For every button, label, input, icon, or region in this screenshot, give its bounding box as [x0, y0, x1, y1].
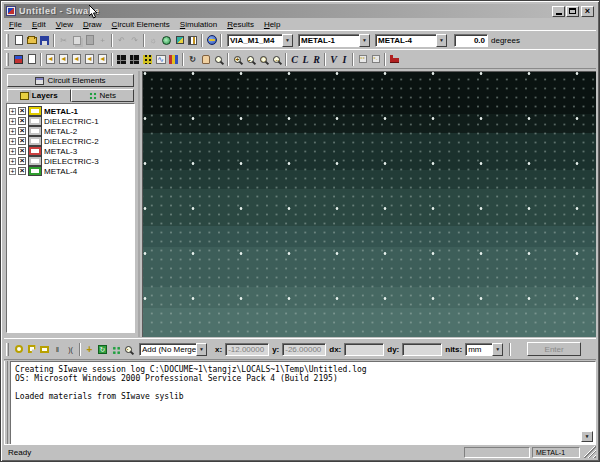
open-icon[interactable]: [26, 34, 38, 46]
circuit-elements-panel-button[interactable]: Circuit Elements: [7, 74, 134, 87]
rotate-shape-icon[interactable]: ↻: [97, 343, 109, 355]
chevron-down-icon[interactable]: ▼: [436, 34, 447, 47]
menu-help[interactable]: Help: [259, 20, 285, 29]
export-icon[interactable]: [174, 34, 186, 46]
show-nets-icon[interactable]: [110, 343, 122, 355]
dy-input[interactable]: [402, 343, 442, 356]
expand-icon[interactable]: +: [9, 118, 16, 125]
via-type-combo[interactable]: VIA_M1_M4 ▼: [227, 34, 293, 47]
chevron-down-icon[interactable]: ▼: [359, 34, 370, 47]
toolbar-grip[interactable]: [6, 53, 9, 66]
visibility-checkbox[interactable]: ×: [18, 127, 26, 135]
undo-icon[interactable]: ↶: [116, 34, 128, 46]
voltage-source-icon[interactable]: V: [329, 53, 339, 65]
menu-edit[interactable]: Edit: [27, 20, 51, 29]
menu-results[interactable]: Results: [222, 20, 259, 29]
options-icon[interactable]: ☼: [148, 34, 160, 46]
scroll-down-button[interactable]: ▼: [581, 431, 593, 442]
y-input[interactable]: -26.00000: [282, 343, 326, 356]
draw-trace-icon[interactable]: ‖: [52, 343, 64, 355]
maximize-button[interactable]: [566, 6, 579, 17]
visibility-checkbox[interactable]: ×: [18, 167, 26, 175]
toolbar-grip[interactable]: [6, 34, 9, 47]
new-icon[interactable]: [13, 34, 25, 46]
layer-row-metal-2[interactable]: + × METAL-2: [8, 126, 133, 136]
capacitor-icon[interactable]: C: [290, 53, 300, 65]
layer-color-swatch[interactable]: [29, 117, 41, 125]
layer-row-dielectric-1[interactable]: + × DIELECTRIC-1: [8, 116, 133, 126]
enter-button[interactable]: Enter: [527, 342, 581, 356]
abort-icon[interactable]: [389, 53, 401, 65]
layer-down-icon[interactable]: ◄: [84, 53, 96, 65]
menu-view[interactable]: View: [51, 20, 78, 29]
dx-input[interactable]: [344, 343, 384, 356]
resize-grip[interactable]: [584, 446, 596, 458]
zoom-to-net-icon[interactable]: ·: [123, 343, 135, 355]
layer-prev-icon[interactable]: ◄: [58, 53, 70, 65]
move-icon[interactable]: +: [97, 34, 109, 46]
menu-file[interactable]: File: [4, 20, 27, 29]
chevron-down-icon[interactable]: ▼: [492, 343, 503, 356]
resistor-icon[interactable]: R: [312, 53, 322, 65]
mesh-icon[interactable]: [116, 53, 128, 65]
layer-row-dielectric-2[interactable]: + × DIELECTRIC-2: [8, 136, 133, 146]
menu-draw[interactable]: Draw: [78, 20, 107, 29]
expand-icon[interactable]: +: [9, 158, 16, 165]
console-splitter[interactable]: [4, 361, 8, 445]
visibility-checkbox[interactable]: ×: [18, 107, 26, 115]
layer-color-swatch[interactable]: [29, 107, 41, 115]
draw-rectangle-icon[interactable]: [39, 343, 51, 355]
visibility-checkbox[interactable]: ×: [18, 137, 26, 145]
zoom-in-icon[interactable]: +: [232, 53, 244, 65]
current-source-icon[interactable]: I: [340, 53, 350, 65]
menu-simulation[interactable]: Simulation: [175, 20, 222, 29]
layer-row-metal-3[interactable]: + × METAL-3: [8, 146, 133, 156]
color-scale-icon[interactable]: [168, 53, 180, 65]
layer-row-metal-4[interactable]: + × METAL-4: [8, 166, 133, 176]
layer-color-swatch[interactable]: [29, 137, 41, 145]
layer-up-icon[interactable]: ◄: [71, 53, 83, 65]
visibility-checkbox[interactable]: ×: [18, 117, 26, 125]
tab-nets[interactable]: Nets: [71, 89, 135, 102]
draw-bondwire-icon[interactable]: )(: [65, 343, 77, 355]
toolbar-grip[interactable]: [6, 343, 9, 356]
x-input[interactable]: -12.00000: [225, 343, 269, 356]
visibility-checkbox[interactable]: ×: [18, 157, 26, 165]
expand-icon[interactable]: +: [9, 148, 16, 155]
layer-color-swatch[interactable]: [29, 127, 41, 135]
mesh-dense-icon[interactable]: [129, 53, 141, 65]
layer-row-dielectric-3[interactable]: + × DIELECTRIC-3: [8, 156, 133, 166]
redo-icon[interactable]: ↷: [129, 34, 141, 46]
merge-mode-combo[interactable]: Add (No Merge) ▼: [139, 343, 207, 356]
expand-icon[interactable]: +: [9, 138, 16, 145]
refresh-icon[interactable]: ↻: [187, 53, 199, 65]
visibility-checkbox[interactable]: ×: [18, 147, 26, 155]
layer-swap-icon[interactable]: ◄: [97, 53, 109, 65]
highlight-icon[interactable]: ◄: [45, 53, 57, 65]
zoom-fit-icon[interactable]: ↔: [271, 53, 283, 65]
expand-icon[interactable]: +: [9, 168, 16, 175]
chevron-down-icon[interactable]: ▼: [282, 34, 293, 47]
cut-icon[interactable]: ✂: [58, 34, 70, 46]
start-layer-combo[interactable]: METAL-1 ▼: [298, 34, 370, 47]
web-globe-icon[interactable]: [206, 34, 218, 46]
layer-color-swatch[interactable]: [29, 167, 41, 175]
draw-polygon-icon[interactable]: [26, 343, 38, 355]
wave-plot-icon[interactable]: ∿: [155, 53, 167, 65]
tab-layers[interactable]: Layers: [7, 89, 71, 102]
columns-icon[interactable]: [187, 34, 199, 46]
port-ref-icon[interactable]: °·: [370, 53, 382, 65]
console-text[interactable]: Creating SIwave session log C:\DOCUME~1\…: [10, 361, 596, 445]
expand-icon[interactable]: +: [9, 128, 16, 135]
layer-row-metal-1[interactable]: + × METAL-1: [8, 106, 133, 116]
close-button[interactable]: ×: [581, 6, 594, 17]
report-icon[interactable]: [26, 53, 38, 65]
set-origin-icon[interactable]: +: [84, 343, 96, 355]
copy-icon[interactable]: [71, 34, 83, 46]
paste-icon[interactable]: [84, 34, 96, 46]
menu-circuit-elements[interactable]: Circuit Elements: [107, 20, 175, 29]
expand-icon[interactable]: +: [9, 108, 16, 115]
end-layer-combo[interactable]: METAL-4 ▼: [375, 34, 447, 47]
zoom-icon[interactable]: [213, 53, 225, 65]
net-colors-icon[interactable]: [13, 53, 25, 65]
